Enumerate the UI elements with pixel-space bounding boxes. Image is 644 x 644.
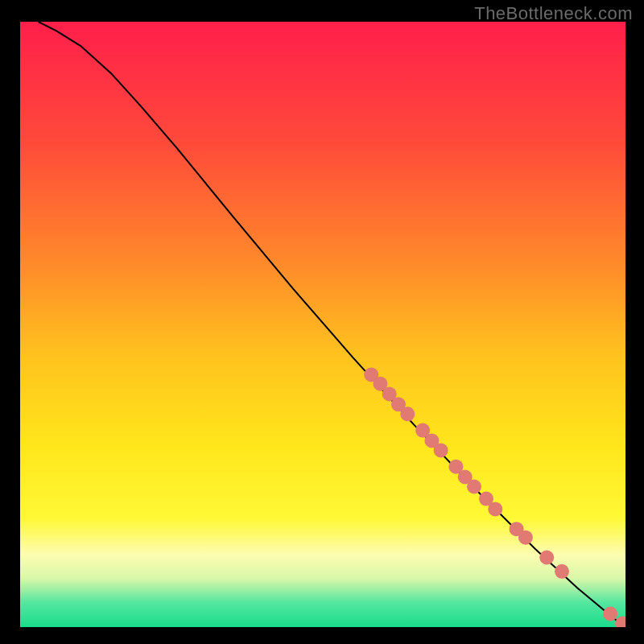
chart-stage: TheBottleneck.com (0, 0, 644, 644)
marker-point (434, 443, 448, 457)
watermark-text: TheBottleneck.com (474, 3, 633, 24)
marker-point (603, 607, 617, 621)
bottleneck-chart (0, 0, 644, 644)
marker-point (555, 564, 569, 579)
marker-point (467, 480, 481, 494)
marker-point (518, 530, 533, 545)
marker-point (488, 502, 502, 516)
marker-point (621, 618, 636, 633)
marker-point (400, 407, 415, 421)
marker-point (539, 551, 554, 565)
plot-background (20, 22, 625, 627)
